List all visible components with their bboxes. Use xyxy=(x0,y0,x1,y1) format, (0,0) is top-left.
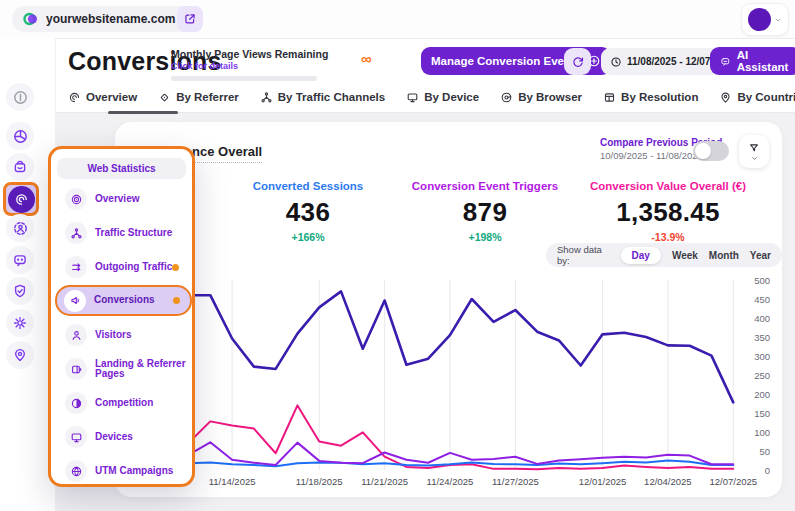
x-axis-label: 11/24/2025 xyxy=(427,476,474,487)
toggle-knob xyxy=(695,143,711,159)
sidebar-item-dashboard[interactable] xyxy=(6,122,34,150)
menu-item-visitors[interactable]: Visitors xyxy=(58,321,189,349)
option-year[interactable]: Year xyxy=(750,250,771,261)
sidebar-item-web-statistics[interactable] xyxy=(8,186,35,213)
filter-button[interactable] xyxy=(739,135,769,168)
pages-icon xyxy=(70,363,83,376)
menu-item-label: Visitors xyxy=(95,330,132,341)
tab-label: Overview xyxy=(86,91,137,103)
x-axis-label: 11/18/2025 xyxy=(296,476,343,487)
overview-swirl-icon xyxy=(68,91,81,104)
y-axis-label: 500 xyxy=(754,275,770,286)
monitor-icon xyxy=(70,431,83,444)
quota-value: ∞ xyxy=(361,50,372,67)
megaphone-icon xyxy=(69,294,82,307)
x-axis-label: 12/01/2025 xyxy=(579,476,627,487)
collapse-icon xyxy=(12,89,29,106)
ai-assistant-button[interactable]: AI Assistant xyxy=(710,47,795,75)
menu-item-outgoing-traffic[interactable]: Outgoing Traffic xyxy=(58,253,189,281)
person-pin-icon xyxy=(12,347,28,363)
option-day[interactable]: Day xyxy=(621,247,661,264)
clock-icon xyxy=(610,56,622,68)
y-axis-label: 400 xyxy=(754,313,770,324)
quota-label: Monthly Page Views Remaining xyxy=(171,48,381,60)
y-axis-label: 150 xyxy=(754,408,770,419)
menu-item-label: UTM Campaigns xyxy=(95,466,173,477)
metric-delta: -13.9% xyxy=(568,231,768,243)
open-website-button[interactable] xyxy=(177,6,203,32)
external-link-icon xyxy=(183,12,197,26)
location-pin-icon xyxy=(719,91,732,104)
tab-label: By Countries xyxy=(737,91,795,103)
website-name: yourwebsitename.com xyxy=(46,12,175,26)
y-axis-label: 50 xyxy=(759,446,770,457)
x-axis-label: 11/14/2025 xyxy=(209,476,256,487)
tab-overview[interactable]: Overview xyxy=(68,91,137,104)
menu-item-utm-campaigns[interactable]: UTM Campaigns xyxy=(58,457,189,485)
show-data-by-label: Show data by: xyxy=(557,244,610,266)
quota-block: Monthly Page Views Remaining Click for d… xyxy=(171,48,381,81)
x-axis-label: 11/27/2025 xyxy=(492,476,539,487)
tab-label: By Traffic Channels xyxy=(278,91,385,103)
target-icon xyxy=(70,193,83,206)
tabs-scrollbar-thumb[interactable] xyxy=(108,111,178,114)
popup-title: Web Statistics xyxy=(57,158,186,179)
tab-by-device[interactable]: By Device xyxy=(406,91,479,104)
network-icon xyxy=(260,91,273,104)
notification-dot xyxy=(173,297,180,304)
menu-item-label: Traffic Structure xyxy=(95,228,172,239)
tab-by-referrer[interactable]: By Referrer xyxy=(158,91,239,104)
metric-conversion-event-triggers: Conversion Event Triggers 879 +198% xyxy=(385,180,585,243)
y-axis-label: 100 xyxy=(754,427,770,438)
tab-by-countries[interactable]: By Countries xyxy=(719,91,795,104)
sidebar-item-settings[interactable] xyxy=(6,309,34,337)
target-user-icon xyxy=(12,220,29,237)
monitor-icon xyxy=(406,91,419,104)
y-axis-label: 300 xyxy=(754,351,770,362)
option-week[interactable]: Week xyxy=(672,250,698,261)
performance-panel: Performance Overall Compare Previous Per… xyxy=(115,122,782,497)
sidebar-item-security[interactable] xyxy=(6,277,34,305)
utm-globe-icon xyxy=(70,465,83,478)
referrer-icon xyxy=(158,91,171,104)
refresh-button[interactable] xyxy=(564,48,591,75)
option-month[interactable]: Month xyxy=(709,250,739,261)
y-axis-label: 0 xyxy=(765,465,770,476)
page-header: Conversions Monthly Page Views Remaining… xyxy=(55,38,795,112)
menu-item-traffic-structure[interactable]: Traffic Structure xyxy=(58,219,189,247)
metric-conversion-value-overall: Conversion Value Overall (€) 1,358.45 -1… xyxy=(568,180,768,243)
menu-item-label: Devices xyxy=(95,432,133,443)
user-menu[interactable] xyxy=(741,3,789,36)
chevron-down-icon xyxy=(774,16,782,24)
avatar xyxy=(748,8,771,31)
y-axis-label: 350 xyxy=(754,332,770,343)
menu-item-competition[interactable]: Competition xyxy=(58,389,189,417)
menu-item-overview[interactable]: Overview xyxy=(58,185,189,213)
refresh-icon xyxy=(571,55,585,69)
tab-by-resolution[interactable]: By Resolution xyxy=(603,91,698,104)
sidebar-item-store[interactable] xyxy=(6,153,34,181)
sidebar-item-location[interactable] xyxy=(6,341,34,369)
y-axis-label: 450 xyxy=(754,294,770,305)
compare-toggle[interactable] xyxy=(693,141,729,161)
person-icon xyxy=(70,329,83,342)
collapse-sidebar-button[interactable] xyxy=(6,83,34,111)
ai-chat-icon xyxy=(720,55,731,68)
tab-by-traffic-channels[interactable]: By Traffic Channels xyxy=(260,91,385,104)
statistics-swirl-icon xyxy=(14,192,29,207)
sidebar-item-feedback[interactable] xyxy=(6,246,34,274)
tab-by-browser[interactable]: By Browser xyxy=(500,91,582,104)
browser-icon xyxy=(500,91,513,104)
menu-item-conversions[interactable]: Conversions xyxy=(55,285,192,316)
menu-item-devices[interactable]: Devices xyxy=(58,423,189,451)
manage-button-label: Manage Conversion Events xyxy=(431,55,581,67)
menu-item-landing-referrer-pages[interactable]: Landing & Referrer Pages xyxy=(58,355,189,383)
ai-button-label: AI Assistant xyxy=(737,49,791,73)
tab-label: By Resolution xyxy=(621,91,698,103)
website-selector[interactable]: yourwebsitename.com xyxy=(12,6,203,32)
quota-details-link[interactable]: Click for details xyxy=(171,61,381,71)
web-statistics-popup: Web Statistics Overview Traffic Structur… xyxy=(48,146,195,487)
gear-icon xyxy=(12,315,28,331)
pie-chart-icon xyxy=(12,128,29,145)
sidebar-item-audience[interactable] xyxy=(6,214,34,242)
